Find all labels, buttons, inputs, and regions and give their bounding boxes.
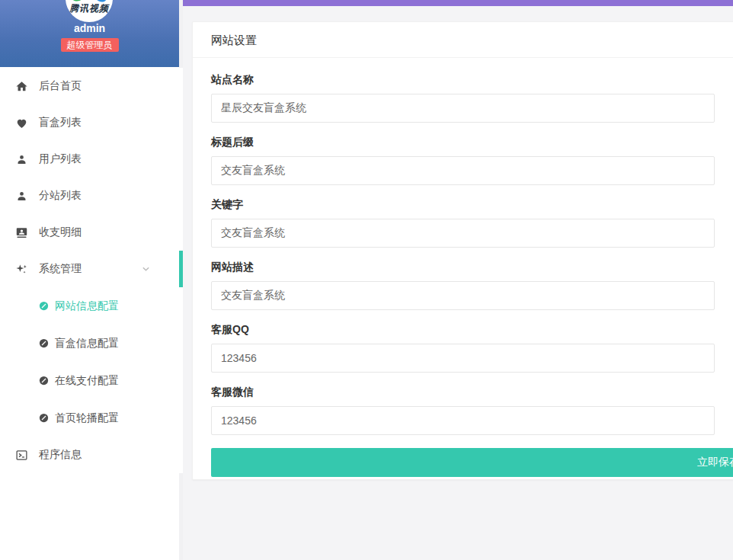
user-icon (15, 190, 28, 203)
sidebar-item-system-management[interactable]: 系统管理 (0, 251, 183, 287)
field-label: 标题后缀 (211, 136, 733, 149)
site-name-input[interactable] (211, 94, 715, 123)
top-accent-bar (183, 0, 733, 6)
sidebar-subitem-label: 在线支付配置 (55, 374, 119, 388)
sidebar-item-label: 系统管理 (39, 262, 82, 276)
card-title: 网站设置 (193, 22, 733, 58)
circle-slash-icon (38, 412, 50, 424)
contact-card-icon (15, 226, 28, 239)
avatar: 腾讯视频 (66, 0, 113, 22)
field-label: 站点名称 (211, 73, 733, 87)
sidebar-item-label: 用户列表 (39, 152, 82, 166)
user-icon (15, 153, 28, 166)
user-panel: 腾讯视频 admin 超级管理员 (0, 0, 179, 67)
field-label: 客服微信 (211, 386, 733, 399)
field-keywords: 关键字 (211, 198, 733, 248)
avatar-logo-text: 腾讯视频 (66, 2, 113, 15)
sidebar-item-substation-list[interactable]: 分站列表 (0, 178, 183, 214)
keywords-input[interactable] (211, 219, 715, 248)
service-qq-input[interactable] (211, 344, 715, 373)
sidebar-subitem-label: 首页轮播配置 (55, 411, 119, 425)
sidebar-item-income-expense[interactable]: 收支明细 (0, 214, 183, 251)
circle-slash-icon (38, 338, 50, 349)
sidebar-subitem-label: 网站信息配置 (55, 299, 119, 313)
field-site-name: 站点名称 (211, 73, 733, 123)
sidebar-item-label: 后台首页 (39, 79, 82, 93)
title-suffix-input[interactable] (211, 156, 715, 185)
sidebar-subitem-label: 盲盒信息配置 (55, 337, 119, 350)
service-wechat-input[interactable] (211, 406, 715, 435)
sidebar-item-dashboard[interactable]: 后台首页 (0, 68, 183, 104)
save-button[interactable]: 立即保存 (211, 448, 733, 477)
sidebar-item-program-info[interactable]: 程序信息 (0, 437, 183, 473)
terminal-icon (15, 449, 28, 462)
field-site-description: 网站描述 (211, 261, 733, 310)
main-content: 网站设置 站点名称 标题后缀 关键字 网站描述 (183, 0, 733, 560)
sidebar-subitem-online-payment-config[interactable]: 在线支付配置 (0, 362, 183, 399)
chevron-down-icon (142, 265, 150, 274)
sidebar-item-user-list[interactable]: 用户列表 (0, 141, 183, 178)
settings-card: 网站设置 站点名称 标题后缀 关键字 网站描述 (192, 21, 733, 480)
sidebar-subitem-site-info-config[interactable]: 网站信息配置 (0, 287, 183, 325)
role-badge: 超级管理员 (61, 38, 119, 52)
sidebar-item-label: 盲盒列表 (39, 116, 82, 130)
field-service-wechat: 客服微信 (211, 386, 733, 435)
field-label: 客服QQ (211, 323, 733, 337)
sidebar-nav: 后台首页 盲盒列表 用户列表 分站列表 (0, 68, 183, 473)
heart-icon (15, 117, 28, 130)
sidebar-item-label: 分站列表 (39, 189, 82, 203)
sidebar-subitem-blindbox-info-config[interactable]: 盲盒信息配置 (0, 325, 183, 362)
sparkle-icon (15, 263, 28, 276)
username: admin (0, 22, 179, 34)
site-description-input[interactable] (211, 281, 715, 310)
field-title-suffix: 标题后缀 (211, 136, 733, 185)
field-label: 关键字 (211, 198, 733, 212)
circle-slash-icon (38, 375, 50, 386)
screen: 腾讯视频 admin 超级管理员 后台首页 盲盒列表 (0, 0, 733, 560)
circle-slash-icon (38, 300, 50, 312)
sidebar-item-label: 程序信息 (39, 448, 82, 462)
field-service-qq: 客服QQ (211, 323, 733, 373)
sidebar: 腾讯视频 admin 超级管理员 后台首页 盲盒列表 (0, 0, 183, 560)
sidebar-item-blindbox-list[interactable]: 盲盒列表 (0, 104, 183, 141)
home-icon (15, 80, 28, 93)
sidebar-item-label: 收支明细 (39, 226, 82, 239)
settings-form: 站点名称 标题后缀 关键字 网站描述 客服QQ (193, 58, 733, 495)
field-label: 网站描述 (211, 261, 733, 274)
system-management-submenu: 网站信息配置 盲盒信息配置 在线支付配置 (0, 287, 183, 437)
sidebar-subitem-home-carousel-config[interactable]: 首页轮播配置 (0, 399, 183, 437)
